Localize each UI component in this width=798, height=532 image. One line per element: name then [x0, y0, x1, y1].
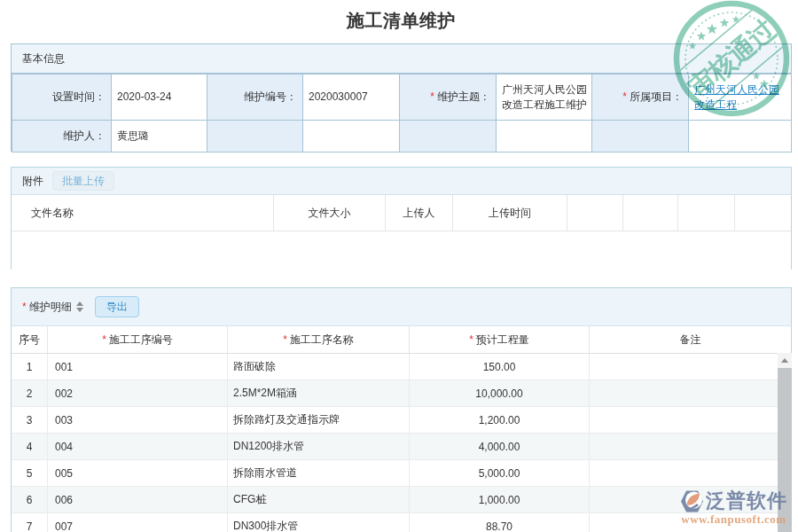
- col-empty: [678, 195, 735, 231]
- cell-note: [590, 354, 777, 380]
- cell-seq: 7: [12, 513, 48, 532]
- cell-code: 006: [48, 487, 228, 513]
- cell-code: 002: [48, 380, 228, 407]
- detail-row[interactable]: 6006CFG桩1,000.00: [12, 487, 791, 513]
- scrollbar-thumb[interactable]: [778, 368, 792, 532]
- empty-value-cell: [497, 121, 592, 153]
- required-marker: *: [22, 301, 27, 313]
- col-file-size: 文件大小: [274, 195, 386, 231]
- col-uploader: 上传人: [386, 195, 453, 231]
- sort-icon[interactable]: [76, 301, 84, 312]
- details-table-body: 1001路面破除150.0020022.5M*2M箱涵10,000.003003…: [12, 354, 791, 532]
- empty-label-cell: [592, 121, 689, 153]
- set-time-value: 2020-03-24: [112, 74, 207, 121]
- col-empty: [735, 195, 791, 231]
- required-marker: *: [469, 333, 473, 346]
- cell-note: [590, 434, 777, 460]
- cell-name: DN1200排水管: [228, 434, 410, 460]
- basic-info-section: 基本信息 设置时间： 2020-03-24 维护编号： 2020030007 *…: [11, 43, 792, 152]
- cell-qty: 5,000.00: [410, 460, 590, 487]
- col-upload-time: 上传时间: [453, 195, 567, 231]
- cell-name: DN300排水管: [228, 513, 410, 532]
- cell-name: CFG桩: [228, 487, 410, 513]
- cell-note: [590, 513, 777, 532]
- col-note: 备注: [590, 326, 791, 353]
- maintainer-label: 维护人：: [12, 121, 112, 153]
- required-marker: *: [622, 90, 627, 103]
- arrow-up-icon: [781, 358, 788, 363]
- cell-seq: 6: [12, 487, 48, 513]
- required-marker: *: [283, 333, 287, 346]
- detail-row[interactable]: 3003拆除路灯及交通指示牌1,200.00: [12, 407, 791, 434]
- maint-no-value: 2020030007: [303, 74, 400, 121]
- cell-note: [590, 460, 777, 487]
- details-header: * 维护明细 导出: [12, 288, 791, 326]
- details-section: * 维护明细 导出 序号 *施工工序编号 *施工工序名称 *预计工程量 备注 1…: [11, 287, 792, 532]
- page-title: 施工清单维护: [11, 9, 792, 33]
- attachments-empty-body: [12, 231, 791, 270]
- cell-qty: 150.00: [410, 354, 590, 380]
- cell-name: 拆除雨水管道: [228, 460, 410, 487]
- cell-qty: 88.70: [410, 513, 590, 532]
- scroll-up-button[interactable]: [778, 353, 792, 368]
- detail-row[interactable]: 4004DN1200排水管4,000.00: [12, 434, 791, 460]
- col-empty: [623, 195, 678, 231]
- details-table-header: 序号 *施工工序编号 *施工工序名称 *预计工程量 备注: [12, 326, 791, 354]
- detail-row[interactable]: 20022.5M*2M箱涵10,000.00: [12, 380, 791, 407]
- cell-seq: 4: [12, 434, 48, 460]
- basic-info-title: 基本信息: [22, 51, 65, 66]
- cell-code: 005: [48, 460, 228, 487]
- attachments-section: 附件 批量上传 文件名称 文件大小 上传人 上传时间: [11, 167, 792, 270]
- details-title: 维护明细: [29, 300, 72, 315]
- col-empty: [567, 195, 623, 231]
- col-file-name: 文件名称: [12, 195, 274, 231]
- cell-qty: 1,000.00: [410, 487, 590, 513]
- cell-name: 路面破除: [228, 354, 410, 380]
- construction-list-maintenance-page: 施工清单维护 基本信息 设置时间： 2020-03-24 维护编号： 20200…: [0, 0, 798, 532]
- cell-name: 拆除路灯及交通指示牌: [228, 407, 410, 434]
- col-process-code: *施工工序编号: [48, 326, 228, 353]
- attachments-header: 附件 批量上传: [12, 168, 791, 195]
- project-link[interactable]: 广州天河人民公园改造工程: [694, 83, 779, 111]
- project-value: 广州天河人民公园改造工程: [689, 74, 792, 121]
- cell-code: 007: [48, 513, 228, 532]
- required-marker: *: [102, 333, 106, 346]
- project-label: *所属项目：: [592, 74, 689, 121]
- cell-seq: 2: [12, 380, 48, 407]
- maint-no-label: 维护编号：: [207, 74, 303, 121]
- cell-qty: 4,000.00: [410, 434, 590, 460]
- details-scrollbar[interactable]: [778, 353, 792, 532]
- cell-code: 001: [48, 354, 228, 380]
- empty-value-cell: [689, 121, 792, 153]
- empty-value-cell: [303, 121, 400, 153]
- cell-note: [590, 487, 777, 513]
- export-button[interactable]: 导出: [95, 296, 139, 317]
- cell-seq: 5: [12, 460, 48, 487]
- detail-row[interactable]: 7007DN300排水管88.70: [12, 513, 791, 532]
- col-seq: 序号: [12, 326, 48, 353]
- basic-info-header: 基本信息: [12, 44, 791, 74]
- empty-label-cell: [207, 121, 303, 153]
- batch-upload-button[interactable]: 批量上传: [52, 171, 114, 191]
- cell-qty: 10,000.00: [410, 380, 590, 407]
- detail-row[interactable]: 5005拆除雨水管道5,000.00: [12, 460, 791, 487]
- cell-note: [590, 407, 777, 434]
- set-time-label: 设置时间：: [12, 74, 112, 121]
- empty-label-cell: [400, 121, 497, 153]
- cell-qty: 1,200.00: [410, 407, 590, 434]
- maint-subject-label: *维护主题：: [400, 74, 497, 121]
- required-marker: *: [430, 90, 434, 103]
- cell-code: 003: [48, 407, 228, 434]
- cell-seq: 1: [12, 354, 48, 380]
- maintainer-value: 黄思璐: [112, 121, 207, 153]
- attachments-title: 附件: [22, 174, 43, 189]
- col-process-name: *施工工序名称: [228, 326, 410, 353]
- cell-seq: 3: [12, 407, 48, 434]
- cell-note: [590, 380, 777, 407]
- basic-info-table: 设置时间： 2020-03-24 维护编号： 2020030007 *维护主题：…: [12, 74, 792, 153]
- cell-code: 004: [48, 434, 228, 460]
- attachments-table-header: 文件名称 文件大小 上传人 上传时间: [12, 195, 791, 231]
- detail-row[interactable]: 1001路面破除150.00: [12, 354, 791, 380]
- maint-subject-value: 广州天河人民公园改造工程施工维护: [497, 74, 592, 121]
- col-est-quantity: *预计工程量: [410, 326, 590, 353]
